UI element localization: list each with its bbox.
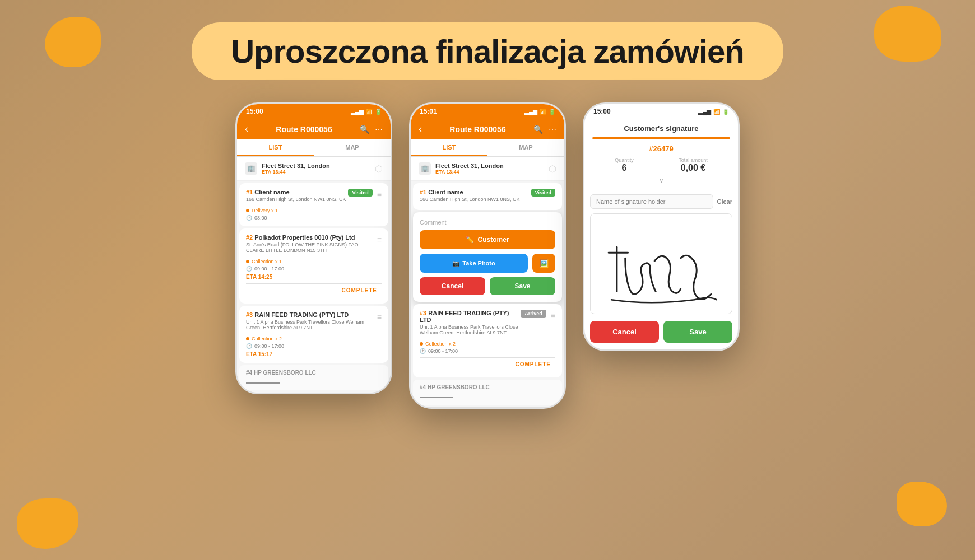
phone2-time: 15:01 — [420, 108, 437, 115]
phone2-stop3-badge: Arrived — [521, 310, 546, 318]
phone1-tab-list[interactable]: LIST — [237, 139, 314, 156]
phone1-time: 15:00 — [246, 108, 263, 115]
phone3-quantity-label: Quantity — [615, 157, 634, 163]
phone1-route-title: Route R000056 — [276, 125, 332, 134]
phone2-comment-modal: Comment ✏️ Customer 📷 Take Photo 🖼️ — [413, 212, 562, 302]
phone1-stop1-address: 166 Camden High St, London NW1 0NS, UK — [246, 197, 348, 202]
phone2-back-icon[interactable]: ‹ — [419, 123, 422, 135]
phone1-stop1-menu-icon[interactable]: ≡ — [377, 190, 382, 199]
phone3-status-bar: 15:00 ▂▄▆ 📶 🔋 — [584, 104, 738, 119]
phone1-stop2-eta: ETA 14:25 — [246, 274, 375, 280]
phone3-orange-bar — [592, 137, 730, 139]
phone2-stop3-clock-icon: 🕐 — [420, 348, 426, 354]
phone1-stop3-menu-icon[interactable]: ≡ — [377, 312, 382, 321]
phone2-signal-icon: ▂▄▆ — [524, 109, 537, 115]
phone2-depot-eta: ETA 13:44 — [435, 169, 504, 175]
phone3-sig-title: Customer's signature — [592, 124, 730, 133]
phone3-name-input[interactable] — [590, 194, 713, 209]
phone2-header-icons: 🔍 ⋯ — [533, 125, 556, 134]
phone3-save-btn[interactable]: Save — [663, 321, 732, 343]
phone1-stop2-time: 🕐 09:00 - 17:00 — [246, 266, 375, 272]
phone1-hp-name: #4 HP GREENSBORO LLC — [246, 370, 382, 376]
phone2-depot-left: 🏢 Fleet Street 31, London ETA 13:44 — [419, 162, 504, 175]
phone3-chevron-icon: ∨ — [592, 176, 730, 184]
phone2-photo-btn[interactable]: 📷 Take Photo — [420, 254, 528, 273]
phone2-action-btns: Cancel Save — [420, 277, 555, 295]
phone1-hp-underline — [246, 382, 280, 384]
phone3-order-details: Quantity 6 Total amount 0,00 € — [592, 157, 730, 173]
page-title: Uproszczona finalizacja zamówień — [231, 32, 744, 70]
phone2-tab-map[interactable]: MAP — [487, 139, 564, 156]
phone1-status-bar: 15:00 ▂▄▆ 📶 🔋 — [237, 104, 391, 119]
phone2-depot-icon: 🏢 — [419, 162, 431, 175]
phone1-stop-1: #1 Client name 166 Camden High St, Londo… — [239, 183, 388, 226]
phone-1: 15:00 ▂▄▆ 📶 🔋 ‹ Route R000056 🔍 ⋯ — [235, 102, 392, 394]
phone1-stop1-time: 🕐 08:00 — [246, 215, 348, 221]
phone2-status-icons: ▂▄▆ 📶 🔋 — [524, 109, 555, 115]
phone2-cancel-btn[interactable]: Cancel — [420, 277, 485, 295]
phone-3: 15:00 ▂▄▆ 📶 🔋 Customer's signature #2647… — [583, 102, 740, 351]
phone3-battery-icon: 🔋 — [722, 109, 729, 115]
phone2-more-icon[interactable]: ⋯ — [549, 125, 556, 134]
phone3-quantity-col: Quantity 6 — [615, 157, 634, 173]
phone1-stop3-eta: ETA 15:17 — [246, 351, 375, 357]
phone3-cancel-btn[interactable]: Cancel — [590, 321, 659, 343]
phone-2: 15:01 ▂▄▆ 📶 🔋 ‹ Route R000056 🔍 ⋯ — [409, 102, 566, 409]
phone1-stop2-complete-btn[interactable]: COMPLETE — [246, 285, 377, 293]
phone1-search-icon[interactable]: 🔍 — [360, 125, 369, 134]
phone1-stop2-complete-row: COMPLETE — [246, 284, 382, 298]
phone3-signature-canvas[interactable] — [590, 213, 732, 314]
title-banner: Uproszczona finalizacja zamówień — [192, 22, 783, 80]
phone1-stop3-address: Unit 1 Alpha Business Park Travellors Cl… — [246, 319, 375, 330]
phone2-nav-icon: ⬡ — [549, 164, 556, 174]
phone2-stop1-address: 166 Camden High St, London NW1 0NS, UK — [420, 197, 531, 202]
phone3-total-label: Total amount — [679, 157, 708, 163]
phone1-depot-eta: ETA 13:44 — [262, 169, 330, 175]
phone2-tab-list[interactable]: LIST — [411, 139, 487, 156]
phone1-signal-icon: ▂▄▆ — [351, 109, 364, 115]
phone3-sig-actions: Cancel Save — [584, 314, 738, 349]
phone1-stop1-badge: Visited — [348, 189, 372, 197]
phone1-nav-icon: ⬡ — [375, 164, 383, 174]
phone2-stop1-badge: Visited — [531, 189, 555, 197]
phone3-wifi-icon: 📶 — [713, 109, 720, 115]
phone1-stop1-tag: Delivery x 1 — [246, 208, 278, 213]
phone3-clear-btn[interactable]: Clear — [717, 198, 732, 205]
phone2-wifi-icon: 📶 — [540, 109, 546, 115]
phone1-more-icon[interactable]: ⋯ — [375, 125, 383, 134]
phones-container: 15:00 ▂▄▆ 📶 🔋 ‹ Route R000056 🔍 ⋯ — [235, 102, 740, 409]
phone1-stops-list: #1 Client name 166 Camden High St, Londo… — [237, 181, 391, 393]
phone1-depot-left: 🏢 Fleet Street 31, London ETA 13:44 — [245, 162, 330, 175]
phone2-stop3-menu-icon[interactable]: ≡ — [551, 311, 555, 320]
phone2-stop-3: #3 RAIN FEED TRADING (PTY) LTD Unit 1 Al… — [413, 304, 562, 377]
phone2-route-title: Route R000056 — [449, 125, 505, 134]
phone1-back-icon[interactable]: ‹ — [245, 123, 248, 135]
phone1-stop2-name: #2 Polkadot Properties 0010 (Pty) Ltd — [246, 234, 375, 241]
phone1-tab-map[interactable]: MAP — [314, 139, 391, 156]
phone1-stop2-clock-icon: 🕐 — [246, 266, 252, 272]
phone2-stop3-name: #3 RAIN FEED TRADING (PTY) LTD — [420, 310, 521, 323]
phone2-complete-btn[interactable]: COMPLETE — [420, 359, 551, 367]
phone2-customer-btn[interactable]: ✏️ Customer — [420, 230, 555, 249]
phone2-save-btn[interactable]: Save — [490, 277, 555, 295]
phone3-sig-header: Customer's signature #26479 Quantity 6 T… — [584, 119, 738, 190]
main-content: Uproszczona finalizacja zamówień 15:00 ▂… — [0, 0, 975, 409]
phone2-gallery-btn[interactable]: 🖼️ — [532, 254, 555, 273]
phone2-depot-row: 🏢 Fleet Street 31, London ETA 13:44 ⬡ — [411, 157, 564, 181]
phone1-depot-row: 🏢 Fleet Street 31, London ETA 13:44 ⬡ — [237, 157, 391, 181]
phone1-stop1-clock-icon: 🕐 — [246, 215, 252, 221]
phone1-stop3-time: 🕐 09:00 - 17:00 — [246, 343, 375, 349]
phone2-stop3-tag: Collection x 2 — [420, 341, 456, 347]
phone3-name-row: Clear — [590, 194, 732, 209]
phone2-depot-name: Fleet Street 31, London — [435, 162, 504, 169]
phone3-time: 15:00 — [593, 108, 611, 115]
phone2-search-icon[interactable]: 🔍 — [533, 125, 543, 134]
phone1-stop-2: #2 Polkadot Properties 0010 (Pty) Ltd St… — [239, 228, 388, 304]
phone1-tab-bar: LIST MAP — [237, 139, 391, 157]
phone1-stop2-menu-icon[interactable]: ≡ — [377, 235, 382, 244]
phone3-quantity-value: 6 — [615, 163, 634, 173]
phone1-header-icons: 🔍 ⋯ — [360, 125, 383, 134]
phone2-hp-underline — [420, 397, 453, 398]
phone1-header: ‹ Route R000056 🔍 ⋯ — [237, 119, 391, 139]
phone1-wifi-icon: 📶 — [366, 109, 373, 115]
